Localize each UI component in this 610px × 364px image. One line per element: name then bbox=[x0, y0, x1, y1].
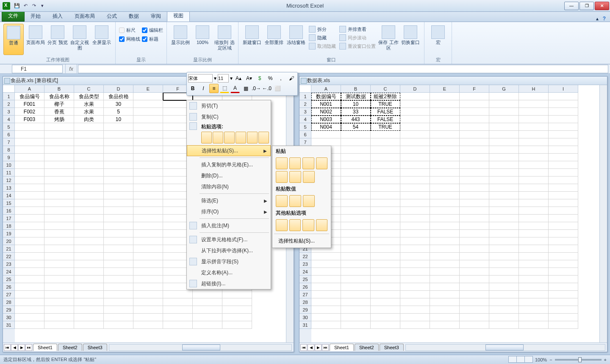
cell[interactable] bbox=[133, 253, 163, 260]
italic-icon[interactable]: I bbox=[199, 84, 208, 93]
sheet-nav-first[interactable]: ⏮ bbox=[300, 344, 307, 351]
cell[interactable] bbox=[74, 131, 104, 138]
paste-formatting-icon[interactable] bbox=[276, 219, 288, 231]
cell[interactable] bbox=[133, 291, 163, 298]
cell[interactable] bbox=[341, 199, 371, 207]
cell[interactable] bbox=[519, 108, 549, 116]
cell[interactable] bbox=[15, 138, 44, 146]
reset-position-button[interactable]: 重设窗口位置 bbox=[338, 42, 377, 50]
select-all-corner[interactable] bbox=[3, 85, 15, 93]
cell[interactable] bbox=[44, 260, 74, 268]
cell[interactable] bbox=[549, 154, 578, 161]
cell[interactable] bbox=[104, 123, 133, 131]
row-headers[interactable]: 1234567891011121314151617181920212223242… bbox=[3, 93, 15, 342]
cell[interactable] bbox=[341, 192, 371, 199]
cell[interactable] bbox=[15, 306, 44, 314]
cell[interactable] bbox=[15, 184, 44, 192]
paste-values-source-icon[interactable] bbox=[303, 195, 315, 207]
mini-font-name[interactable] bbox=[188, 74, 213, 83]
cell[interactable] bbox=[549, 100, 578, 108]
cell[interactable] bbox=[549, 283, 578, 291]
sheet-nav-last[interactable]: ⏭ bbox=[25, 344, 32, 351]
cell[interactable] bbox=[15, 222, 44, 230]
cell[interactable] bbox=[15, 253, 44, 260]
zoom-percent[interactable]: 100% bbox=[535, 357, 547, 362]
cell[interactable] bbox=[104, 276, 133, 283]
cell[interactable] bbox=[44, 207, 74, 215]
cell[interactable] bbox=[489, 268, 519, 276]
format-painter-icon[interactable]: 🖌 bbox=[287, 74, 296, 83]
cell[interactable] bbox=[371, 169, 400, 176]
cell[interactable] bbox=[133, 207, 163, 215]
tab-layout[interactable]: 页面布局 bbox=[69, 11, 101, 22]
cell[interactable] bbox=[311, 268, 341, 276]
sheet-tab[interactable]: Sheet1 bbox=[33, 344, 57, 351]
cell[interactable]: F002 bbox=[15, 108, 44, 116]
fill-color-icon[interactable]: ⬚ bbox=[220, 84, 229, 93]
tab-home[interactable]: 开始 bbox=[25, 11, 47, 22]
cell[interactable] bbox=[371, 276, 400, 283]
cell[interactable] bbox=[519, 245, 549, 253]
cell[interactable] bbox=[519, 283, 549, 291]
cell[interactable] bbox=[430, 222, 460, 230]
cell[interactable] bbox=[371, 154, 400, 161]
cell[interactable] bbox=[460, 154, 489, 161]
paste-linked-picture-icon[interactable] bbox=[316, 219, 328, 231]
cell[interactable] bbox=[460, 230, 489, 237]
accounting-format-icon[interactable]: $ bbox=[255, 74, 264, 83]
cell[interactable] bbox=[400, 291, 430, 298]
cell[interactable] bbox=[15, 123, 44, 131]
cell[interactable] bbox=[74, 260, 104, 268]
cell[interactable] bbox=[163, 306, 193, 314]
cell[interactable] bbox=[341, 321, 371, 329]
cell[interactable] bbox=[341, 222, 371, 230]
workbook-title[interactable]: 数据表.xls bbox=[299, 77, 607, 85]
cell[interactable] bbox=[15, 298, 44, 306]
cell[interactable] bbox=[489, 215, 519, 222]
cell[interactable] bbox=[104, 192, 133, 199]
mini-font-size[interactable] bbox=[218, 74, 229, 83]
sheet-tab[interactable]: Sheet3 bbox=[380, 344, 404, 351]
cell[interactable] bbox=[133, 176, 163, 184]
zoom-100-button[interactable]: 100% bbox=[192, 24, 213, 55]
cell[interactable] bbox=[44, 283, 74, 291]
page-break-button[interactable]: 分页 预览 bbox=[47, 24, 68, 55]
cell[interactable] bbox=[430, 207, 460, 215]
dropdown-icon[interactable]: ▾ bbox=[214, 75, 216, 81]
cell[interactable] bbox=[44, 321, 74, 329]
cell[interactable] bbox=[400, 260, 430, 268]
cell[interactable] bbox=[44, 268, 74, 276]
close-button[interactable]: ✕ bbox=[595, 2, 609, 10]
cell[interactable] bbox=[460, 184, 489, 192]
cell[interactable] bbox=[104, 131, 133, 138]
cell[interactable] bbox=[519, 306, 549, 314]
cell[interactable] bbox=[371, 131, 400, 138]
cell[interactable] bbox=[15, 314, 44, 321]
cell[interactable] bbox=[460, 176, 489, 184]
cell[interactable] bbox=[104, 138, 133, 146]
cell[interactable] bbox=[104, 306, 133, 314]
cell[interactable]: 能被2整除 bbox=[371, 93, 400, 100]
cell[interactable] bbox=[549, 237, 578, 245]
grid-rows[interactable]: 数据编号测试数据能被2整除N00110TRUEN00233FALSEN00344… bbox=[311, 93, 599, 329]
cell[interactable] bbox=[489, 291, 519, 298]
cell[interactable] bbox=[104, 207, 133, 215]
horizontal-scrollbar[interactable] bbox=[109, 344, 292, 351]
cell[interactable] bbox=[311, 298, 341, 306]
cell[interactable] bbox=[489, 138, 519, 146]
paste-formulas-format-icon[interactable] bbox=[302, 157, 314, 169]
paste-formulas-icon[interactable] bbox=[289, 157, 301, 169]
sheet-tab[interactable]: Sheet1 bbox=[330, 344, 354, 351]
cell[interactable] bbox=[400, 237, 430, 245]
cell[interactable]: FALSE bbox=[371, 108, 400, 116]
menu-copy[interactable]: 复制(C) bbox=[187, 111, 271, 122]
cell[interactable] bbox=[489, 146, 519, 154]
cell[interactable]: 肉类 bbox=[74, 116, 104, 123]
cell[interactable] bbox=[341, 253, 371, 260]
cell[interactable] bbox=[489, 321, 519, 329]
paste-column-widths-icon[interactable] bbox=[289, 171, 301, 183]
cell[interactable] bbox=[460, 260, 489, 268]
cell[interactable] bbox=[44, 215, 74, 222]
cell[interactable] bbox=[549, 93, 578, 100]
cell[interactable] bbox=[460, 199, 489, 207]
